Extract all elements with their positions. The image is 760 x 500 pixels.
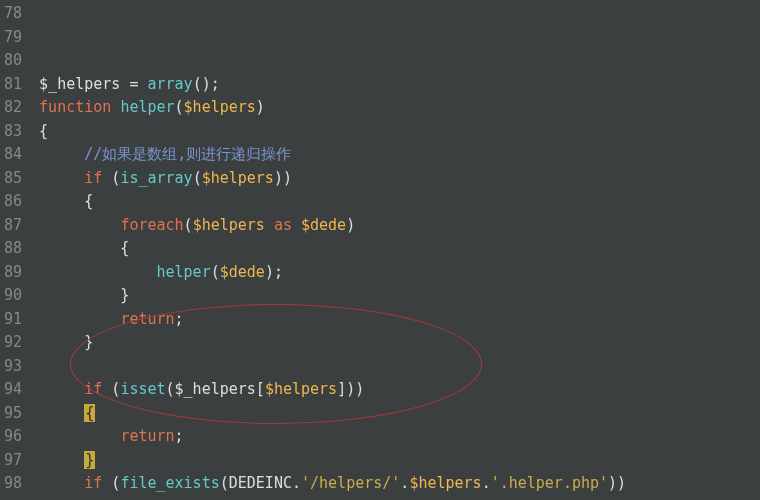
token: ( — [211, 263, 220, 281]
code-line[interactable]: { — [30, 402, 760, 426]
token — [30, 145, 84, 163]
token: { — [30, 192, 93, 210]
token: ; — [175, 310, 184, 328]
token: ( — [175, 98, 184, 116]
token — [265, 216, 274, 234]
code-line[interactable]: return; — [30, 308, 760, 332]
code-line[interactable]: } — [30, 284, 760, 308]
code-line[interactable] — [30, 355, 760, 379]
token: $helpers — [202, 169, 274, 187]
token: array — [147, 75, 192, 93]
token: return — [120, 310, 174, 328]
code-line[interactable]: if (file_exists(DEDEINC.'/helpers/'.$hel… — [30, 472, 760, 496]
token — [30, 380, 84, 398]
token: //如果是数组,则进行递归操作 — [84, 145, 291, 163]
line-number: 93 — [4, 355, 22, 379]
line-gutter: 7879808182838485868788899091929394959697… — [0, 0, 30, 500]
token: ( — [102, 380, 120, 398]
line-number: 97 — [4, 449, 22, 473]
line-number: 84 — [4, 143, 22, 167]
token: function — [39, 98, 111, 116]
line-number: 87 — [4, 214, 22, 238]
token: $_helpers — [39, 75, 120, 93]
line-number: 83 — [4, 120, 22, 144]
token: helper — [157, 263, 211, 281]
line-number: 88 — [4, 237, 22, 261]
code-line[interactable]: } — [30, 331, 760, 355]
line-number: 79 — [4, 26, 22, 50]
code-line[interactable]: helper($dede); — [30, 261, 760, 285]
code-line[interactable]: return; — [30, 425, 760, 449]
token: $helpers — [265, 380, 337, 398]
line-number: 91 — [4, 308, 22, 332]
code-line[interactable]: if (isset($_helpers[$helpers])) — [30, 378, 760, 402]
token: $dede — [301, 216, 346, 234]
line-number: 81 — [4, 73, 22, 97]
token: $helpers — [409, 474, 481, 492]
line-number: 80 — [4, 49, 22, 73]
token — [30, 451, 84, 469]
token: ])) — [337, 380, 364, 398]
token: ) — [346, 216, 355, 234]
token: if — [84, 169, 102, 187]
token: $_helpers — [175, 380, 256, 398]
code-line[interactable]: foreach($helpers as $dede) — [30, 214, 760, 238]
token: as — [274, 216, 292, 234]
token: } — [84, 451, 95, 469]
code-line[interactable]: { — [30, 237, 760, 261]
token: ( — [184, 216, 193, 234]
code-line[interactable]: function helper($helpers) — [30, 96, 760, 120]
token: ( — [102, 474, 120, 492]
token: helper — [120, 98, 174, 116]
token: ( — [102, 169, 120, 187]
line-number: 82 — [4, 96, 22, 120]
token: } — [30, 333, 93, 351]
token: (DEDEINC. — [220, 474, 301, 492]
token: ) — [256, 98, 265, 116]
token: $helpers — [184, 98, 256, 116]
token — [30, 474, 84, 492]
token: '.helper.php' — [491, 474, 608, 492]
token — [30, 98, 39, 116]
token: )) — [608, 474, 626, 492]
line-number: 85 — [4, 167, 22, 191]
code-line[interactable]: if (is_array($helpers)) — [30, 167, 760, 191]
token: ( — [166, 380, 175, 398]
token — [30, 310, 120, 328]
code-line[interactable]: { — [30, 120, 760, 144]
code-line[interactable]: { — [30, 190, 760, 214]
token: if — [84, 380, 102, 398]
line-number: 98 — [4, 472, 22, 496]
code-line[interactable]: } — [30, 449, 760, 473]
code-line[interactable]: { — [30, 496, 760, 501]
token: { — [30, 239, 129, 257]
code-line[interactable]: //如果是数组,则进行递归操作 — [30, 143, 760, 167]
token — [30, 263, 156, 281]
token: [ — [256, 380, 265, 398]
line-number: 90 — [4, 284, 22, 308]
line-number: 89 — [4, 261, 22, 285]
token: { — [84, 404, 95, 422]
token: { — [30, 122, 48, 140]
token — [292, 216, 301, 234]
token: $dede — [220, 263, 265, 281]
line-number: 96 — [4, 425, 22, 449]
line-number: 78 — [4, 2, 22, 26]
code-editor[interactable]: 7879808182838485868788899091929394959697… — [0, 0, 760, 500]
token — [30, 216, 120, 234]
code-area[interactable]: $_helpers = array(); function helper($he… — [30, 0, 760, 500]
token: file_exists — [120, 474, 219, 492]
line-number: 94 — [4, 378, 22, 402]
token: )) — [274, 169, 292, 187]
token: . — [482, 474, 491, 492]
code-line[interactable]: $_helpers = array(); — [30, 73, 760, 97]
token: = — [120, 75, 147, 93]
token — [30, 427, 120, 445]
token: $helpers — [193, 216, 265, 234]
token: isset — [120, 380, 165, 398]
token: ( — [193, 169, 202, 187]
token — [30, 169, 84, 187]
token: ; — [175, 427, 184, 445]
token: (); — [193, 75, 220, 93]
line-number: 92 — [4, 331, 22, 355]
